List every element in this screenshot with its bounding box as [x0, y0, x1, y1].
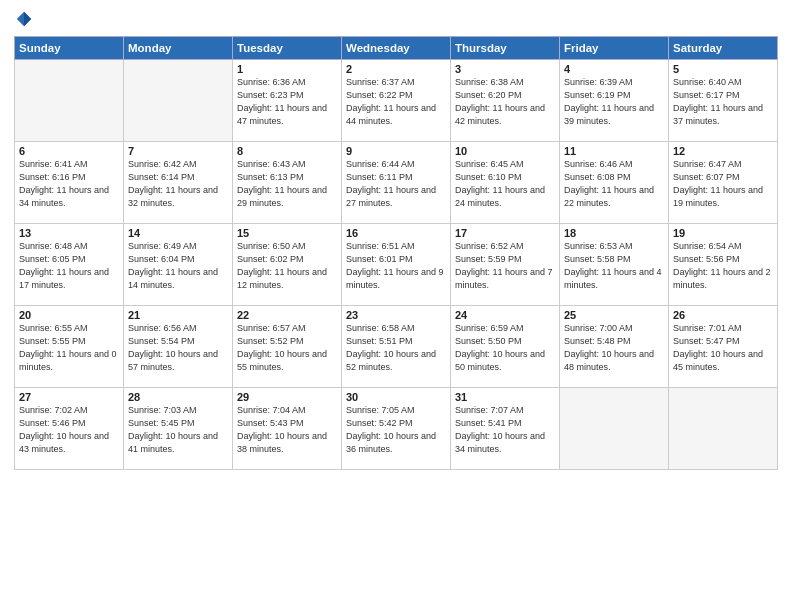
calendar-cell — [124, 60, 233, 142]
day-info: Sunrise: 6:57 AM Sunset: 5:52 PM Dayligh… — [237, 322, 337, 374]
calendar-week-row: 13Sunrise: 6:48 AM Sunset: 6:05 PM Dayli… — [15, 224, 778, 306]
header-wednesday: Wednesday — [342, 37, 451, 60]
day-number: 20 — [19, 309, 119, 321]
calendar-cell: 26Sunrise: 7:01 AM Sunset: 5:47 PM Dayli… — [669, 306, 778, 388]
calendar-cell: 18Sunrise: 6:53 AM Sunset: 5:58 PM Dayli… — [560, 224, 669, 306]
day-number: 12 — [673, 145, 773, 157]
day-number: 6 — [19, 145, 119, 157]
day-info: Sunrise: 6:47 AM Sunset: 6:07 PM Dayligh… — [673, 158, 773, 210]
day-number: 28 — [128, 391, 228, 403]
day-info: Sunrise: 6:48 AM Sunset: 6:05 PM Dayligh… — [19, 240, 119, 292]
calendar-cell: 5Sunrise: 6:40 AM Sunset: 6:17 PM Daylig… — [669, 60, 778, 142]
calendar-cell: 19Sunrise: 6:54 AM Sunset: 5:56 PM Dayli… — [669, 224, 778, 306]
calendar-cell: 31Sunrise: 7:07 AM Sunset: 5:41 PM Dayli… — [451, 388, 560, 470]
day-number: 16 — [346, 227, 446, 239]
header-saturday: Saturday — [669, 37, 778, 60]
day-info: Sunrise: 6:58 AM Sunset: 5:51 PM Dayligh… — [346, 322, 446, 374]
day-info: Sunrise: 6:45 AM Sunset: 6:10 PM Dayligh… — [455, 158, 555, 210]
day-number: 26 — [673, 309, 773, 321]
calendar-cell: 21Sunrise: 6:56 AM Sunset: 5:54 PM Dayli… — [124, 306, 233, 388]
day-number: 1 — [237, 63, 337, 75]
calendar-cell — [669, 388, 778, 470]
weekday-header-row: Sunday Monday Tuesday Wednesday Thursday… — [15, 37, 778, 60]
day-info: Sunrise: 7:00 AM Sunset: 5:48 PM Dayligh… — [564, 322, 664, 374]
day-number: 5 — [673, 63, 773, 75]
day-number: 14 — [128, 227, 228, 239]
header-thursday: Thursday — [451, 37, 560, 60]
day-info: Sunrise: 6:52 AM Sunset: 5:59 PM Dayligh… — [455, 240, 555, 292]
calendar-cell: 28Sunrise: 7:03 AM Sunset: 5:45 PM Dayli… — [124, 388, 233, 470]
calendar-cell: 11Sunrise: 6:46 AM Sunset: 6:08 PM Dayli… — [560, 142, 669, 224]
calendar-cell — [15, 60, 124, 142]
calendar-cell: 17Sunrise: 6:52 AM Sunset: 5:59 PM Dayli… — [451, 224, 560, 306]
day-info: Sunrise: 6:38 AM Sunset: 6:20 PM Dayligh… — [455, 76, 555, 128]
day-number: 17 — [455, 227, 555, 239]
calendar-cell: 2Sunrise: 6:37 AM Sunset: 6:22 PM Daylig… — [342, 60, 451, 142]
header-sunday: Sunday — [15, 37, 124, 60]
calendar-cell: 29Sunrise: 7:04 AM Sunset: 5:43 PM Dayli… — [233, 388, 342, 470]
calendar-week-row: 1Sunrise: 6:36 AM Sunset: 6:23 PM Daylig… — [15, 60, 778, 142]
day-number: 9 — [346, 145, 446, 157]
day-number: 10 — [455, 145, 555, 157]
calendar-cell: 3Sunrise: 6:38 AM Sunset: 6:20 PM Daylig… — [451, 60, 560, 142]
calendar-cell: 22Sunrise: 6:57 AM Sunset: 5:52 PM Dayli… — [233, 306, 342, 388]
day-info: Sunrise: 7:02 AM Sunset: 5:46 PM Dayligh… — [19, 404, 119, 456]
day-number: 19 — [673, 227, 773, 239]
calendar-cell: 12Sunrise: 6:47 AM Sunset: 6:07 PM Dayli… — [669, 142, 778, 224]
calendar-cell: 9Sunrise: 6:44 AM Sunset: 6:11 PM Daylig… — [342, 142, 451, 224]
logo-text — [14, 10, 34, 28]
calendar-week-row: 27Sunrise: 7:02 AM Sunset: 5:46 PM Dayli… — [15, 388, 778, 470]
calendar-cell: 15Sunrise: 6:50 AM Sunset: 6:02 PM Dayli… — [233, 224, 342, 306]
calendar-cell: 13Sunrise: 6:48 AM Sunset: 6:05 PM Dayli… — [15, 224, 124, 306]
day-number: 13 — [19, 227, 119, 239]
day-info: Sunrise: 6:44 AM Sunset: 6:11 PM Dayligh… — [346, 158, 446, 210]
day-info: Sunrise: 6:39 AM Sunset: 6:19 PM Dayligh… — [564, 76, 664, 128]
day-number: 23 — [346, 309, 446, 321]
day-info: Sunrise: 7:04 AM Sunset: 5:43 PM Dayligh… — [237, 404, 337, 456]
day-number: 30 — [346, 391, 446, 403]
day-info: Sunrise: 7:05 AM Sunset: 5:42 PM Dayligh… — [346, 404, 446, 456]
header-monday: Monday — [124, 37, 233, 60]
day-number: 7 — [128, 145, 228, 157]
svg-marker-1 — [24, 12, 31, 26]
header-friday: Friday — [560, 37, 669, 60]
calendar-cell: 25Sunrise: 7:00 AM Sunset: 5:48 PM Dayli… — [560, 306, 669, 388]
calendar-cell: 10Sunrise: 6:45 AM Sunset: 6:10 PM Dayli… — [451, 142, 560, 224]
day-number: 3 — [455, 63, 555, 75]
calendar-cell: 14Sunrise: 6:49 AM Sunset: 6:04 PM Dayli… — [124, 224, 233, 306]
day-number: 11 — [564, 145, 664, 157]
header — [14, 10, 778, 28]
day-number: 29 — [237, 391, 337, 403]
calendar-cell: 23Sunrise: 6:58 AM Sunset: 5:51 PM Dayli… — [342, 306, 451, 388]
calendar-cell: 27Sunrise: 7:02 AM Sunset: 5:46 PM Dayli… — [15, 388, 124, 470]
day-info: Sunrise: 6:49 AM Sunset: 6:04 PM Dayligh… — [128, 240, 228, 292]
day-number: 4 — [564, 63, 664, 75]
day-info: Sunrise: 6:43 AM Sunset: 6:13 PM Dayligh… — [237, 158, 337, 210]
day-info: Sunrise: 6:50 AM Sunset: 6:02 PM Dayligh… — [237, 240, 337, 292]
calendar-cell: 20Sunrise: 6:55 AM Sunset: 5:55 PM Dayli… — [15, 306, 124, 388]
calendar-cell: 6Sunrise: 6:41 AM Sunset: 6:16 PM Daylig… — [15, 142, 124, 224]
calendar-cell: 1Sunrise: 6:36 AM Sunset: 6:23 PM Daylig… — [233, 60, 342, 142]
calendar-cell: 8Sunrise: 6:43 AM Sunset: 6:13 PM Daylig… — [233, 142, 342, 224]
calendar-cell: 24Sunrise: 6:59 AM Sunset: 5:50 PM Dayli… — [451, 306, 560, 388]
day-info: Sunrise: 6:53 AM Sunset: 5:58 PM Dayligh… — [564, 240, 664, 292]
calendar-cell: 4Sunrise: 6:39 AM Sunset: 6:19 PM Daylig… — [560, 60, 669, 142]
day-number: 22 — [237, 309, 337, 321]
day-number: 21 — [128, 309, 228, 321]
day-info: Sunrise: 6:59 AM Sunset: 5:50 PM Dayligh… — [455, 322, 555, 374]
calendar-cell: 30Sunrise: 7:05 AM Sunset: 5:42 PM Dayli… — [342, 388, 451, 470]
header-tuesday: Tuesday — [233, 37, 342, 60]
day-info: Sunrise: 7:07 AM Sunset: 5:41 PM Dayligh… — [455, 404, 555, 456]
calendar-week-row: 20Sunrise: 6:55 AM Sunset: 5:55 PM Dayli… — [15, 306, 778, 388]
logo-icon — [15, 10, 33, 28]
day-info: Sunrise: 6:56 AM Sunset: 5:54 PM Dayligh… — [128, 322, 228, 374]
day-info: Sunrise: 6:41 AM Sunset: 6:16 PM Dayligh… — [19, 158, 119, 210]
day-info: Sunrise: 6:54 AM Sunset: 5:56 PM Dayligh… — [673, 240, 773, 292]
day-number: 24 — [455, 309, 555, 321]
day-info: Sunrise: 7:01 AM Sunset: 5:47 PM Dayligh… — [673, 322, 773, 374]
day-info: Sunrise: 6:36 AM Sunset: 6:23 PM Dayligh… — [237, 76, 337, 128]
day-info: Sunrise: 6:42 AM Sunset: 6:14 PM Dayligh… — [128, 158, 228, 210]
calendar: Sunday Monday Tuesday Wednesday Thursday… — [14, 36, 778, 470]
calendar-week-row: 6Sunrise: 6:41 AM Sunset: 6:16 PM Daylig… — [15, 142, 778, 224]
day-number: 15 — [237, 227, 337, 239]
